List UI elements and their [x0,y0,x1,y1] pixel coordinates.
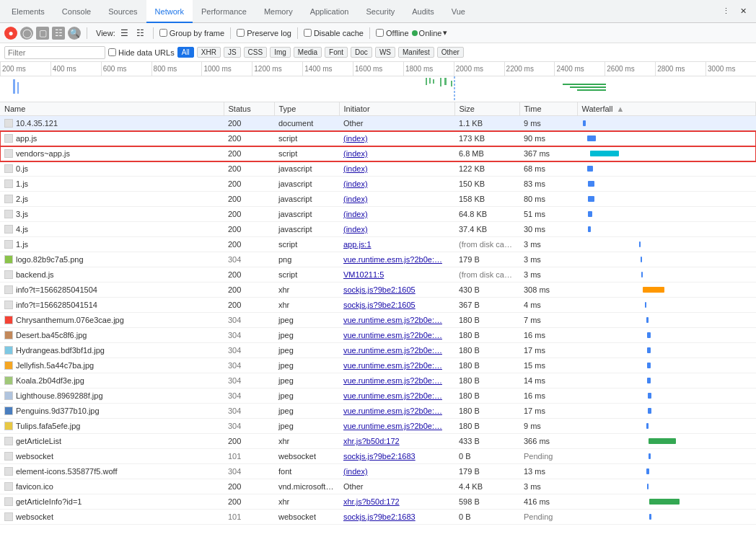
table-row[interactable]: 0.js200javascript(index)122 KB68 ms [0,161,756,177]
table-row[interactable]: 10.4.35.121200documentOther1.1 KB9 ms [0,116,756,131]
filter-xhr-button[interactable]: XHR [197,47,221,58]
table-row[interactable]: Lighthouse.8969288f.jpg304jpegvue.runtim… [0,388,756,404]
filter-doc-button[interactable]: Doc [351,47,372,58]
initiator-link[interactable]: vue.runtime.esm.js?2b0e:… [343,406,442,415]
group-frame-checkbox[interactable]: Group by frame [159,29,224,37]
col-header-type[interactable]: Type [274,102,339,116]
initiator-link[interactable]: VM10211:5 [343,270,384,279]
initiator-link[interactable]: vue.runtime.esm.js?2b0e:… [343,422,442,430]
record-button[interactable]: ● [4,27,17,40]
col-header-size[interactable]: Size [454,102,519,116]
col-header-name[interactable]: Name [0,102,224,116]
initiator-link[interactable]: vue.runtime.esm.js?2b0e:… [343,391,442,400]
table-row[interactable]: vendors~app.js200script(index)6.8 MB367 … [0,146,756,161]
col-header-time[interactable]: Time [519,102,577,116]
initiator-link[interactable]: sockjs.js?9be2:1683 [343,452,416,461]
tab-security[interactable]: Security [357,0,403,23]
initiator-link[interactable]: sockjs.js?9be2:1605 [343,285,416,294]
disable-cache-input[interactable] [304,29,312,37]
filter-media-button[interactable]: Media [294,47,322,58]
table-row[interactable]: Jellyfish.5a44c7ba.jpg304jpegvue.runtime… [0,358,756,373]
hide-data-urls-checkbox[interactable]: Hide data URLs [108,48,175,57]
preserve-log-input[interactable] [237,29,245,37]
table-row[interactable]: Desert.ba45c8f6.jpg304jpegvue.runtime.es… [0,328,756,343]
col-header-initiator[interactable]: Initiator [339,102,454,116]
table-row[interactable]: 1.js200javascript(index)150 KB83 ms [0,177,756,192]
table-row[interactable]: logo.82b9c7a5.png304pngvue.runtime.esm.j… [0,252,756,267]
filter-font-button[interactable]: Font [325,47,348,58]
table-row[interactable]: info?t=1566285041504200xhrsockjs.js?9be2… [0,283,756,298]
table-row[interactable]: backend.js200scriptVM10211:5(from disk c… [0,267,756,283]
tab-network[interactable]: Network [146,0,193,23]
offline-checkbox[interactable]: Offline [376,29,409,37]
table-row[interactable]: getArticleInfo?id=1200xhrxhr.js?b50d:172… [0,494,756,510]
table-row[interactable]: Penguins.9d377b10.jpg304jpegvue.runtime.… [0,404,756,419]
col-header-status[interactable]: Status [224,102,274,116]
tab-sources[interactable]: Sources [100,0,146,23]
capture-screenshot-button[interactable]: ▢ [36,27,49,40]
table-row[interactable]: app.js200script(index)173 KB90 ms [0,131,756,146]
filter-img-button[interactable]: Img [270,47,291,58]
initiator-link[interactable]: vue.runtime.esm.js?2b0e:… [343,255,442,264]
view-list-icon[interactable]: ☰ [118,27,131,40]
initiator-link[interactable]: (index) [343,225,368,234]
tab-memory[interactable]: Memory [255,0,302,23]
search-button[interactable]: 🔍 [68,27,81,40]
initiator-link[interactable]: vue.runtime.esm.js?2b0e:… [343,376,442,385]
table-row[interactable]: Chrysanthemum.076e3cae.jpg304jpegvue.run… [0,313,756,328]
tab-elements[interactable]: Elements [3,0,53,23]
filter-js-button[interactable]: JS [224,47,241,58]
initiator-link[interactable]: (index) [343,195,368,203]
tab-application[interactable]: Application [302,0,358,23]
initiator-link[interactable]: vue.runtime.esm.js?2b0e:… [343,316,442,324]
more-icon[interactable]: ⋮ [718,4,733,19]
table-row[interactable]: websocket101websocketsockjs.js?9be2:1683… [0,510,756,525]
initiator-link[interactable]: (index) [343,467,368,476]
initiator-link[interactable]: (index) [343,179,368,188]
tab-vue[interactable]: Vue [443,0,474,23]
clear-button[interactable]: ◯ [20,27,33,40]
filter-ws-button[interactable]: WS [375,47,395,58]
table-row[interactable]: Tulips.fafa5efe.jpg304jpegvue.runtime.es… [0,419,756,434]
preserve-log-checkbox[interactable]: Preserve log [237,29,291,37]
initiator-link[interactable]: xhr.js?b50d:172 [343,437,400,445]
initiator-link[interactable]: app.js:1 [343,240,372,249]
filter-css-button[interactable]: CSS [244,47,268,58]
tab-performance[interactable]: Performance [193,0,255,23]
initiator-link[interactable]: sockjs.js?9be2:1683 [343,512,416,521]
table-row[interactable]: Hydrangeas.bdf3bf1d.jpg304jpegvue.runtim… [0,343,756,358]
table-row[interactable]: element-icons.535877f5.woff304font(index… [0,464,756,479]
hide-data-urls-input[interactable] [108,48,116,56]
initiator-link[interactable]: (index) [343,149,368,158]
filter-all-button[interactable]: All [177,47,194,58]
tab-console[interactable]: Console [53,0,100,23]
table-row[interactable]: Koala.2b04df3e.jpg304jpegvue.runtime.esm… [0,373,756,388]
initiator-link[interactable]: (index) [343,134,368,143]
offline-input[interactable] [376,29,384,37]
online-selector[interactable]: Online ▾ [412,28,448,37]
initiator-link[interactable]: (index) [343,210,368,218]
view-grid-icon[interactable]: ☷ [134,27,147,40]
initiator-link[interactable]: xhr.js?b50d:172 [343,497,400,506]
table-row[interactable]: 2.js200javascript(index)158 KB80 ms [0,192,756,207]
col-header-waterfall[interactable]: Waterfall ▲ [577,102,756,116]
table-row[interactable]: websocket101websocketsockjs.js?9be2:1683… [0,449,756,464]
initiator-link[interactable]: (index) [343,164,368,173]
filter-input[interactable] [4,46,105,59]
initiator-link[interactable]: vue.runtime.esm.js?2b0e:… [343,361,442,370]
group-frame-input[interactable] [159,29,167,37]
table-row[interactable]: 1.js200scriptapp.js:1(from disk cac…3 ms [0,237,756,252]
initiator-link[interactable]: sockjs.js?9be2:1605 [343,301,416,309]
table-row[interactable]: info?t=1566285041514200xhrsockjs.js?9be2… [0,298,756,313]
initiator-link[interactable]: vue.runtime.esm.js?2b0e:… [343,346,442,355]
table-row[interactable]: getArticleList200xhrxhr.js?b50d:172433 B… [0,434,756,449]
filter-manifest-button[interactable]: Manifest [398,47,434,58]
initiator-link[interactable]: vue.runtime.esm.js?2b0e:… [343,331,442,339]
close-icon[interactable]: ✕ [736,4,750,19]
filter-other-button[interactable]: Other [437,47,464,58]
tab-audits[interactable]: Audits [403,0,443,23]
table-row[interactable]: favicon.ico200vnd.microsoft.…Other4.4 KB… [0,479,756,494]
table-row[interactable]: 4.js200javascript(index)37.4 KB30 ms [0,222,756,237]
table-row[interactable]: 3.js200javascript(index)64.8 KB51 ms [0,207,756,222]
disable-cache-checkbox[interactable]: Disable cache [304,29,364,37]
